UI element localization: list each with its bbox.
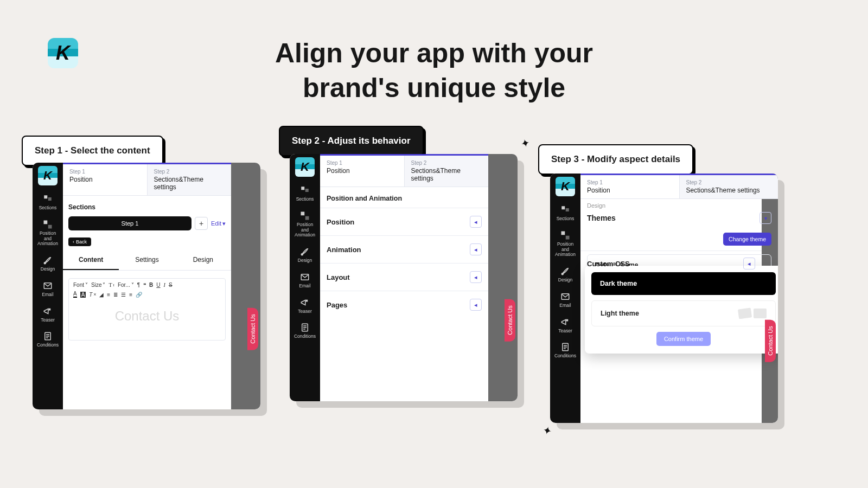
svg-rect-16 [561, 206, 565, 209]
stepper-step1-name: Position [327, 167, 398, 175]
link-icon[interactable]: 🔗 [136, 292, 142, 298]
align-left-icon[interactable]: ≡ [107, 292, 110, 298]
mail-icon [300, 272, 310, 282]
sidebar-email-label: Email [42, 292, 53, 297]
themes-dropdown[interactable]: ▾ [760, 212, 771, 224]
bold-icon[interactable]: B [149, 282, 153, 288]
font-dropdown[interactable]: Font ˅ [73, 282, 88, 288]
sidebar-item-sections[interactable]: Sections [550, 202, 580, 225]
tab-design[interactable]: Design [175, 251, 231, 270]
contact-us-pill[interactable]: Contact Us [247, 307, 258, 350]
position-label: Position [327, 218, 354, 226]
size-dropdown[interactable]: Size ˅ [91, 282, 105, 288]
chevron-left-icon: ◂ [748, 260, 751, 267]
accordion-animation[interactable]: Animation ◂ [320, 235, 488, 263]
underline-icon[interactable]: U [156, 282, 160, 288]
expand-button[interactable]: ◂ [470, 243, 482, 255]
headline-line2: brand's unique style [0, 70, 868, 105]
svg-rect-6 [49, 309, 50, 310]
sidebar-item-email[interactable]: Email [290, 269, 320, 292]
svg-rect-18 [561, 231, 565, 235]
sidebar-item-design[interactable]: Design [550, 263, 580, 286]
chevron-left-icon: ‹ [73, 239, 74, 245]
sidebar-item-teaser[interactable]: Teaser [550, 314, 580, 337]
chevron-left-icon: ◂ [474, 274, 477, 281]
stepper-step2-name: Sections&Theme settings [411, 167, 482, 182]
expand-button[interactable]: ◂ [743, 258, 755, 269]
bg-color-icon[interactable]: A [80, 292, 86, 298]
step2-label-card: Step 2 - Adjust its behavior [279, 126, 424, 156]
megaphone-icon [300, 298, 310, 307]
expand-button[interactable]: ◂ [470, 271, 482, 283]
sidebar-position-label: Position and Animation [295, 222, 315, 238]
format-dropdown[interactable]: For... ˅ [118, 282, 134, 288]
tab-settings[interactable]: Settings [119, 251, 175, 270]
svg-rect-8 [301, 187, 304, 190]
accordion-pages[interactable]: Pages ◂ [320, 291, 488, 318]
clear-format-icon[interactable]: T× [89, 292, 96, 298]
rich-text-editor[interactable]: Font ˅ Size ˅ TI For... ˅ ¶ ❝ B U I S A … [68, 278, 226, 341]
sidebar-item-conditions[interactable]: Conditions [550, 339, 580, 362]
edit-link[interactable]: Edit▾ [211, 220, 226, 227]
sidebar-item-email[interactable]: Email [33, 278, 63, 301]
font-color-icon[interactable]: A [73, 291, 77, 298]
svg-point-20 [561, 273, 563, 275]
tab-content[interactable]: Content [63, 251, 119, 270]
list-ul-icon[interactable]: ☰ [121, 292, 126, 298]
svg-rect-1 [48, 197, 52, 201]
back-button[interactable]: ‹Back [68, 237, 91, 246]
sidebar-item-design[interactable]: Design [290, 243, 320, 267]
contact-us-pill[interactable]: Contact Us [765, 319, 776, 362]
decorative-dash: ✦ [541, 423, 553, 438]
step3-label: Step 3 - Modify aspect details [551, 154, 680, 164]
editor-sidebar: K Sections Position and Animation Design… [33, 163, 63, 409]
stepper-step2-lbl: Step 2 [154, 169, 225, 175]
sidebar-item-design[interactable]: Design [33, 252, 63, 275]
expand-button[interactable]: ◂ [470, 299, 482, 311]
sidebar-item-teaser[interactable]: Teaser [290, 294, 320, 318]
headline-line1: Align your app with your [275, 38, 593, 68]
svg-point-4 [44, 262, 46, 264]
contact-us-pill[interactable]: Contact Us [505, 299, 515, 341]
chevron-left-icon: ◂ [474, 219, 477, 226]
step1-pill[interactable]: Step 1 [68, 216, 192, 230]
brush-icon [300, 247, 310, 256]
sidebar-item-sections[interactable]: Sections [290, 182, 320, 206]
list-ol-icon[interactable]: ≡ [129, 292, 132, 298]
stepper-step1-lbl: Step 1 [587, 179, 673, 185]
sidebar-item-sections[interactable]: Sections [33, 191, 63, 214]
sidebar-item-email[interactable]: Email [550, 288, 580, 312]
content-tabs: Content Settings Design [63, 251, 231, 271]
svg-rect-11 [305, 216, 309, 220]
accordion-position[interactable]: Position ◂ [320, 208, 488, 235]
sidebar-item-conditions[interactable]: Conditions [33, 328, 63, 351]
sidebar-email-label: Email [299, 283, 310, 288]
custom-css-row[interactable]: Custom CSS ◂ [580, 251, 762, 276]
themes-label: Themes [587, 214, 616, 222]
italic-icon[interactable]: I [164, 282, 165, 288]
change-theme-button[interactable]: Change theme [723, 233, 771, 246]
step1-label: Step 1 - Select the content [35, 145, 150, 156]
sidebar-item-position[interactable]: Position and Animation [550, 227, 580, 261]
mail-icon [43, 281, 53, 291]
pages-label: Pages [327, 301, 347, 309]
align-center-icon[interactable]: ≣ [113, 292, 118, 298]
sidebar-item-position[interactable]: Position and Animation [290, 208, 320, 241]
eraser-icon[interactable]: ◢ [99, 292, 104, 298]
sidebar-item-conditions[interactable]: Conditions [290, 319, 320, 343]
sidebar-item-teaser[interactable]: Teaser [33, 303, 63, 326]
expand-button[interactable]: ◂ [470, 216, 482, 228]
confirm-theme-button[interactable]: Confirm theme [656, 332, 711, 346]
paragraph-icon[interactable]: ¶ [137, 282, 140, 288]
light-theme-option[interactable]: Light theme [591, 300, 776, 326]
sidebar-sections-label: Sections [296, 196, 314, 202]
sidebar-design-label: Design [558, 277, 572, 282]
megaphone-icon [560, 317, 570, 327]
megaphone-icon [43, 306, 53, 316]
sidebar-item-position[interactable]: Position and Animation [33, 216, 63, 250]
text-style-icon[interactable]: TI [108, 282, 114, 288]
strike-icon[interactable]: S [169, 282, 173, 288]
accordion-layout[interactable]: Layout ◂ [320, 263, 488, 291]
quote-icon[interactable]: ❝ [143, 282, 146, 288]
add-section-button[interactable]: + [195, 217, 208, 230]
